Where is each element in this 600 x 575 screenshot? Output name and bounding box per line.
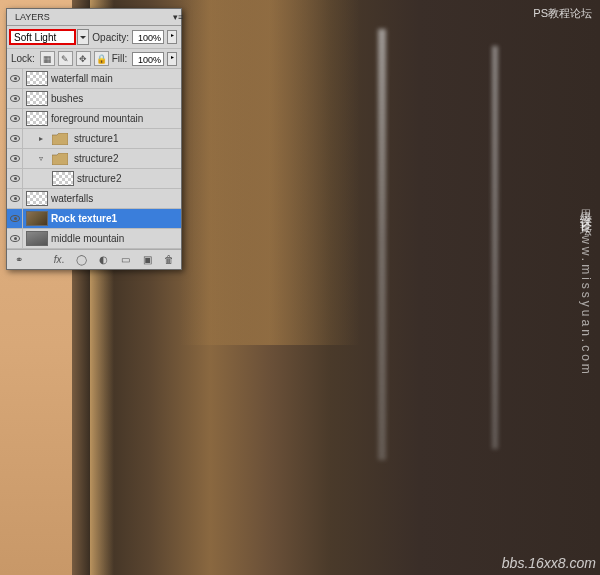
visibility-toggle[interactable] [7,229,23,249]
fill-stepper-icon[interactable]: ▸ [167,52,177,66]
group-icon[interactable]: ▭ [117,252,133,268]
eye-icon [10,115,20,122]
fill-label: Fill: [112,53,128,64]
opacity-label: Opacity: [92,32,129,43]
layer-name[interactable]: structure1 [74,133,181,144]
visibility-toggle[interactable] [7,89,23,109]
panel-menu-icon[interactable]: ▾≡ [165,9,181,25]
layer-thumbnail[interactable] [49,151,71,166]
layer-thumbnail[interactable] [49,131,71,146]
layer-row[interactable]: foreground mountain [7,109,181,129]
layer-thumbnail[interactable] [26,211,48,226]
lock-all-icon[interactable]: 🔒 [94,51,109,66]
watermark-right: 思缘设计论坛 www.missyuan.com [577,199,594,377]
lock-pixels-icon[interactable]: ✎ [58,51,73,66]
new-layer-icon[interactable]: ▣ [139,252,155,268]
layers-panel: LAYERS ▾≡ Soft Light Opacity: 100% ▸ Loc… [6,8,182,270]
eye-icon [10,135,20,142]
layer-thumbnail[interactable] [26,71,48,86]
eye-icon [10,95,20,102]
panel-title: LAYERS [7,9,58,25]
waterfall-stream-1 [378,29,386,460]
layer-thumbnail[interactable] [26,191,48,206]
layer-name[interactable]: foreground mountain [51,113,181,124]
layer-name[interactable]: waterfall main [51,73,181,84]
layer-name[interactable]: structure2 [77,173,181,184]
visibility-toggle[interactable] [7,209,23,229]
opacity-input[interactable]: 100% [132,30,164,44]
layer-thumbnail[interactable] [26,231,48,246]
layer-row[interactable]: Rock texture1 [7,209,181,229]
layer-name[interactable]: structure2 [74,153,181,164]
fill-input[interactable]: 100% [132,52,164,66]
layer-row[interactable]: structure2 [7,169,181,189]
layer-row[interactable]: ▿structure2 [7,149,181,169]
layers-list: waterfall mainbushesforeground mountain▸… [7,69,181,249]
watermark-top-right: PS教程论坛 [533,6,592,21]
blend-mode-select[interactable]: Soft Light [9,29,76,45]
disclosure-icon[interactable]: ▿ [36,154,46,163]
layer-row[interactable]: ▸structure1 [7,129,181,149]
disclosure-icon[interactable]: ▸ [36,134,46,143]
layer-row[interactable]: waterfalls [7,189,181,209]
blend-row: Soft Light Opacity: 100% ▸ [7,26,181,49]
eye-icon [10,215,20,222]
visibility-toggle[interactable] [7,69,23,89]
link-layers-icon[interactable]: ⚭ [11,252,27,268]
mask-icon[interactable]: ◯ [73,252,89,268]
layer-name[interactable]: bushes [51,93,181,104]
visibility-toggle[interactable] [7,169,23,189]
layer-name[interactable]: waterfalls [51,193,181,204]
watermark-bottom-right: bbs.16xx8.com [502,555,596,571]
eye-icon [10,195,20,202]
trash-icon[interactable]: 🗑 [161,252,177,268]
eye-icon [10,75,20,82]
layer-thumbnail[interactable] [52,171,74,186]
opacity-stepper-icon[interactable]: ▸ [167,30,177,44]
layer-name[interactable]: Rock texture1 [51,213,181,224]
layer-row[interactable]: middle mountain [7,229,181,249]
lock-row: Lock: ▦ ✎ ✥ 🔒 Fill: 100% ▸ [7,49,181,69]
eye-icon [10,155,20,162]
eye-icon [10,235,20,242]
visibility-toggle[interactable] [7,149,23,169]
panel-tab-bar: LAYERS ▾≡ [7,9,181,26]
waterfall-stream-2 [492,46,498,449]
lock-label: Lock: [11,53,35,64]
layer-name[interactable]: middle mountain [51,233,181,244]
blend-dropdown-icon[interactable] [77,29,89,45]
lock-transparency-icon[interactable]: ▦ [40,51,55,66]
layer-row[interactable]: bushes [7,89,181,109]
panel-footer: ⚭ fx. ◯ ◐ ▭ ▣ 🗑 [7,249,181,269]
visibility-toggle[interactable] [7,109,23,129]
layer-thumbnail[interactable] [26,91,48,106]
fx-icon[interactable]: fx. [51,252,67,268]
adjustment-icon[interactable]: ◐ [95,252,111,268]
layer-row[interactable]: waterfall main [7,69,181,89]
lock-position-icon[interactable]: ✥ [76,51,91,66]
visibility-toggle[interactable] [7,129,23,149]
visibility-toggle[interactable] [7,189,23,209]
layer-thumbnail[interactable] [26,111,48,126]
eye-icon [10,175,20,182]
